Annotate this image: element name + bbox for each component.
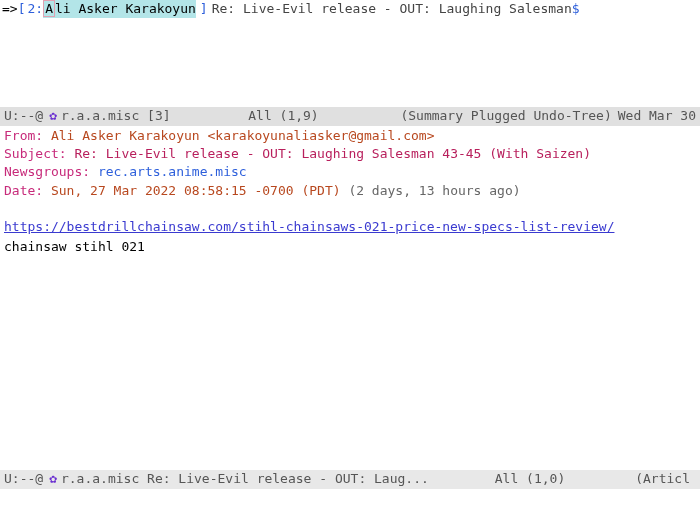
- author-name-highlight: Ali Asker Karakoyun: [43, 0, 196, 18]
- article-number: 2:: [27, 0, 43, 18]
- subject-label: Subject:: [4, 146, 67, 161]
- summary-subject: Re: Live-Evil release - OUT: Laughing Sa…: [212, 0, 572, 18]
- selection-marker: =>: [2, 0, 18, 18]
- spacer: [4, 200, 696, 218]
- article-body-url[interactable]: https://bestdrillchainsaw.com/stihl-chai…: [4, 218, 696, 236]
- header-newsgroups: Newsgroups: rec.arts.anime.misc: [4, 163, 696, 181]
- flower-icon: ✿: [49, 107, 57, 125]
- modeline-modes: (Articl: [635, 470, 690, 488]
- modeline-status: U:--@: [4, 107, 43, 125]
- from-label: From:: [4, 128, 43, 143]
- summary-pane[interactable]: => [ 2: Ali Asker Karakoyun ] Re: Live-E…: [0, 0, 700, 107]
- author-rest: li Asker Karakoyun: [55, 1, 196, 16]
- header-from: From: Ali Asker Karakoyun <karakoyunalia…: [4, 127, 696, 145]
- article-mode-line[interactable]: U:--@ ✿ r.a.a.misc Re: Live-Evil release…: [0, 470, 700, 489]
- header-subject: Subject: Re: Live-Evil release - OUT: La…: [4, 145, 696, 163]
- date-value: Sun, 27 Mar 2022 08:58:15 -0700 (PDT): [51, 183, 341, 198]
- modeline-buffer-name: r.a.a.misc Re: Live-Evil release - OUT: …: [61, 470, 429, 488]
- subject-value: Re: Live-Evil release - OUT: Laughing Sa…: [74, 146, 591, 161]
- date-age: (2 days, 13 hours ago): [348, 183, 520, 198]
- modeline-position: All (1,0): [495, 470, 565, 488]
- overflow-indicator: $: [572, 0, 580, 18]
- newsgroups-label: Newsgroups:: [4, 164, 90, 179]
- modeline-status: U:--@: [4, 470, 43, 488]
- flower-icon: ✿: [49, 470, 57, 488]
- article-pane[interactable]: From: Ali Asker Karakoyun <karakoyunalia…: [0, 126, 700, 470]
- modeline-timestamp: Wed Mar 30: [618, 107, 696, 125]
- header-date: Date: Sun, 27 Mar 2022 08:58:15 -0700 (P…: [4, 182, 696, 200]
- modeline-modes: (Summary Plugged Undo-Tree): [400, 107, 611, 125]
- from-value: Ali Asker Karakoyun <karakoyunaliasker@g…: [51, 128, 435, 143]
- article-body-text: chainsaw stihl 021: [4, 238, 696, 256]
- author-initial-boxed: A: [43, 0, 55, 17]
- summary-mode-line[interactable]: U:--@ ✿ r.a.a.misc [3] All (1,9) (Summar…: [0, 107, 700, 126]
- summary-row[interactable]: => [ 2: Ali Asker Karakoyun ] Re: Live-E…: [0, 0, 700, 18]
- newsgroups-value: rec.arts.anime.misc: [98, 164, 247, 179]
- date-label: Date:: [4, 183, 43, 198]
- close-bracket: ]: [200, 0, 208, 18]
- minibuffer[interactable]: [0, 489, 700, 508]
- open-bracket: [: [18, 0, 26, 18]
- modeline-buffer-name: r.a.a.misc [3]: [61, 107, 171, 125]
- modeline-position: All (1,9): [248, 107, 318, 125]
